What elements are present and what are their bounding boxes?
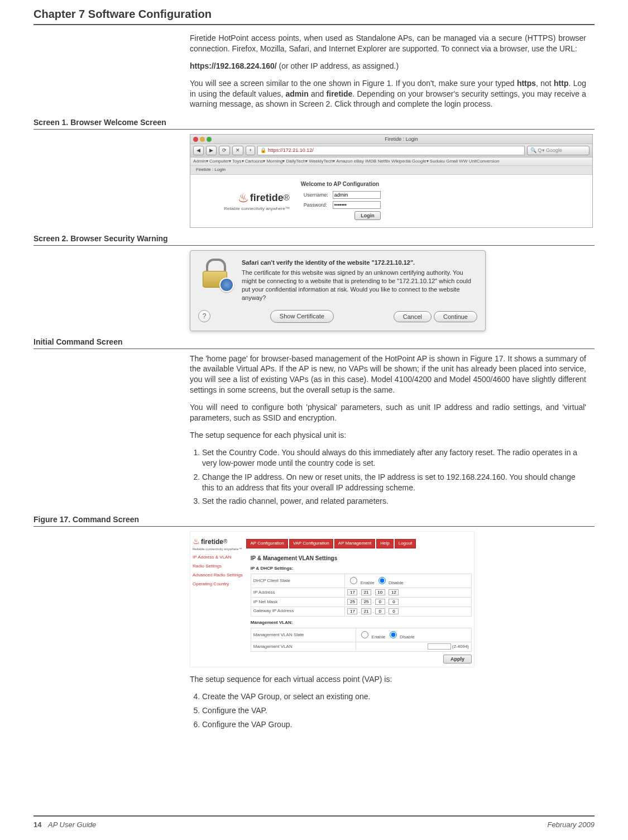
sidebar-ip-vlan[interactable]: IP Address & VLAN	[193, 555, 243, 561]
bookmark-bar: Admin▾ Computer▾ Toys▾ Cartoons▾ Morning…	[190, 157, 592, 166]
step-4: Create the VAP Group, or select an exist…	[202, 691, 586, 702]
show-certificate-button[interactable]: Show Certificate	[270, 310, 334, 323]
gw-oct4[interactable]	[389, 608, 399, 614]
dhcp-disable-radio[interactable]	[378, 577, 386, 584]
ip-dhcp-table: DHCP Client State Enable Disable IP Addr…	[251, 574, 472, 616]
cancel-button[interactable]: Cancel	[394, 311, 432, 322]
home-p3: The setup sequence for each physical uni…	[190, 430, 586, 441]
chapter-title: Chapter 7 Software Configuration	[33, 7, 595, 25]
add-bookmark-button[interactable]: +	[246, 146, 255, 155]
step-5: Configure the VAP.	[202, 705, 586, 716]
page-number: 14	[33, 820, 41, 829]
home-p1: The 'home page' for browser-based manage…	[190, 354, 586, 396]
page-footer: 14 AP User Guide February 2009	[33, 815, 595, 830]
screen2-label: Screen 2. Browser Security Warning	[33, 233, 595, 246]
help-button[interactable]: ?	[198, 310, 210, 322]
username-label: Username:	[302, 190, 330, 199]
tab-help[interactable]: Help	[376, 539, 393, 548]
tab-logout[interactable]: Logout	[395, 539, 416, 548]
zoom-icon	[207, 137, 212, 142]
flame-icon: ♨	[193, 536, 200, 547]
tab-ap-configuration[interactable]: AP Configuration	[246, 539, 287, 548]
tab-ap-management[interactable]: AP Management	[334, 539, 375, 548]
browser-welcome-screenshot: Firetide : Login ◀ ▶ ⟳ ✕ + 🔒 https://172…	[190, 134, 593, 228]
close-icon	[193, 137, 198, 142]
physical-steps: Set the Country Code. You should always …	[190, 447, 586, 507]
doc-title: AP User Guide	[48, 820, 96, 829]
home-block: The 'home page' for browser-based manage…	[190, 354, 586, 507]
ip-oct3[interactable]	[375, 589, 385, 595]
vap-block: The setup sequence for each virtual acce…	[190, 674, 586, 730]
continue-button[interactable]: Continue	[434, 311, 477, 322]
login-form: Welcome to AP Configuration Username: Pa…	[301, 180, 383, 222]
gw-oct3[interactable]	[375, 608, 385, 614]
password-label: Password:	[302, 201, 330, 209]
cancel-button-nav[interactable]: ✕	[232, 146, 243, 155]
sidebar-adv-radio[interactable]: Advanced Radio Settings	[193, 572, 243, 579]
url-line: https://192.168.224.160/ (or other IP ad…	[190, 61, 586, 71]
username-field[interactable]	[333, 191, 381, 199]
sidebar-country[interactable]: Operating Country	[193, 581, 243, 588]
step-3: Set the radio channel, power, and relate…	[202, 496, 586, 507]
sec-body: The certificate for this website was sig…	[242, 269, 477, 302]
vap-intro: The setup sequence for each virtual acce…	[190, 674, 586, 685]
flame-icon: ♨	[238, 190, 249, 207]
doc-date: February 2009	[547, 820, 595, 830]
mask-oct2[interactable]	[361, 599, 371, 605]
sec-title: Safari can't verify the identity of the …	[242, 259, 477, 267]
firetide-logo-small: ♨firetide® Reliable connectivity anywher…	[193, 536, 242, 551]
intro-p2: You will see a screen similar to the one…	[190, 78, 586, 110]
safari-badge-icon	[219, 278, 234, 292]
security-dialog: Safari can't verify the identity of the …	[190, 250, 486, 331]
settings-title: IP & Management VLAN Settings	[251, 555, 472, 562]
lock-icon	[198, 259, 234, 292]
step-1: Set the Country Code. You should always …	[202, 447, 586, 469]
gw-oct2[interactable]	[361, 608, 371, 614]
forward-button[interactable]: ▶	[206, 146, 217, 155]
home-p2: You will need to configure both 'physica…	[190, 402, 586, 423]
mask-oct1[interactable]	[347, 599, 357, 605]
intro-block: Firetide HotPoint access points, when us…	[190, 33, 586, 109]
intro-p1: Firetide HotPoint access points, when us…	[190, 33, 586, 54]
reload-button[interactable]: ⟳	[219, 146, 230, 155]
password-field[interactable]	[333, 201, 381, 209]
step-2: Change the IP address. On new or reset u…	[202, 472, 586, 493]
welcome-heading: Welcome to AP Configuration	[301, 180, 383, 188]
vlan-enable-radio[interactable]	[361, 631, 368, 638]
url-input[interactable]: 🔒 https://172.21.10.12/	[257, 146, 525, 155]
tab-bar: Firetide : Login	[190, 166, 592, 175]
step-6: Configure the VAP Group.	[202, 719, 586, 730]
command-screenshot: ♨firetide® Reliable connectivity anywher…	[190, 531, 474, 667]
ip-oct1[interactable]	[347, 589, 357, 595]
vlan-disable-radio[interactable]	[390, 631, 397, 638]
back-button[interactable]: ◀	[193, 146, 204, 155]
config-sidebar: IP Address & VLAN Radio Settings Advance…	[193, 555, 243, 664]
ip-oct4[interactable]	[389, 589, 399, 595]
login-button[interactable]: Login	[354, 211, 381, 220]
dhcp-enable-radio[interactable]	[350, 577, 357, 584]
vap-steps: Create the VAP Group, or select an exist…	[190, 691, 586, 730]
vlan-table: Management VLAN State Enable Disable Man…	[251, 628, 472, 652]
vlan-id-field[interactable]	[428, 643, 451, 650]
minimize-icon	[200, 137, 205, 142]
sub-mgmt-vlan: Management VLAN:	[251, 620, 472, 626]
initial-command-label: Initial Command Screen	[33, 337, 595, 349]
sidebar-radio-settings[interactable]: Radio Settings	[193, 564, 243, 570]
apply-button[interactable]: Apply	[443, 655, 472, 664]
firetide-logo: ♨firetide® Reliable connectivity anywher…	[224, 190, 290, 212]
fig17-label: Figure 17. Command Screen	[33, 514, 595, 527]
mask-oct3[interactable]	[375, 599, 385, 605]
gw-oct1[interactable]	[347, 608, 357, 614]
screen1-label: Screen 1. Browser Welcome Screen	[33, 117, 595, 130]
mask-oct4[interactable]	[389, 599, 399, 605]
search-input[interactable]: 🔍 Q▾ Google	[527, 146, 589, 155]
ip-oct2[interactable]	[361, 589, 371, 595]
window-title: Firetide : Login	[213, 136, 589, 142]
tab-vap-configuration[interactable]: VAP Configuration	[289, 539, 333, 548]
sub-ip-dhcp: IP & DHCP Settings:	[251, 566, 472, 572]
